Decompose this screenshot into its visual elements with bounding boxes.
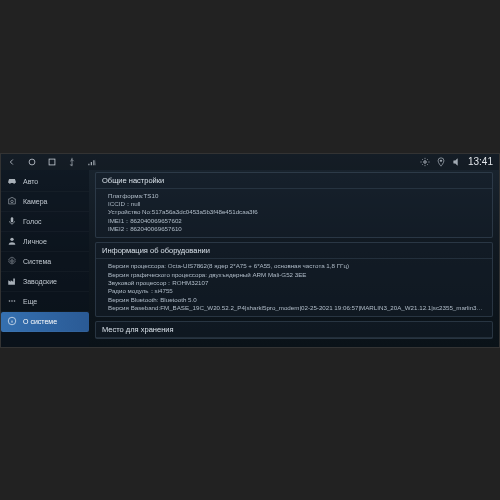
- main-area: Авто Камера Голос Личное Система Заводск…: [1, 170, 499, 347]
- radio-value: Радио модуль：si4755: [108, 287, 486, 295]
- location-icon: [436, 157, 446, 167]
- clock: 13:41: [468, 156, 493, 167]
- section-general[interactable]: Общие настройки Платформа:TS10 ICCID：nul…: [95, 172, 493, 239]
- sidebar-item-label: Авто: [23, 178, 38, 185]
- mic-icon: [7, 216, 17, 226]
- svg-rect-5: [11, 217, 14, 222]
- back-icon[interactable]: [7, 157, 17, 167]
- svg-point-0: [29, 159, 35, 165]
- platform-value: Платформа:TS10: [108, 192, 486, 200]
- sidebar-item-factory[interactable]: Заводские: [1, 272, 89, 292]
- person-icon: [7, 236, 17, 246]
- sidebar-item-label: Заводские: [23, 278, 57, 285]
- status-bar: 13:41: [1, 154, 499, 170]
- baseband-value: Версия Baseband:FM_BASE_19C_W20.52.2_P4|…: [108, 304, 486, 312]
- svg-point-6: [10, 238, 13, 241]
- sidebar-item-about[interactable]: О системе: [1, 312, 89, 332]
- svg-point-8: [9, 300, 11, 302]
- sidebar-item-label: Система: [23, 258, 51, 265]
- svg-point-2: [424, 160, 427, 163]
- audio-value: Звуковой процессор：ROHM32107: [108, 279, 486, 287]
- section-body: Версия процессора: Octa-UIS7862(8 ядер 2…: [96, 259, 492, 316]
- info-icon: [7, 316, 17, 326]
- camera-icon: [7, 196, 17, 206]
- factory-icon: [7, 276, 17, 286]
- more-icon: [7, 296, 17, 306]
- section-body: Платформа:TS10 ICCID：null Устройство No:…: [96, 189, 492, 238]
- car-icon: [7, 176, 17, 186]
- section-title: Информация об оборудовании: [96, 243, 492, 259]
- content-panel: Общие настройки Платформа:TS10 ICCID：nul…: [89, 170, 499, 347]
- sidebar-item-personal[interactable]: Личное: [1, 232, 89, 252]
- signal-icon: [87, 157, 97, 167]
- sidebar-item-label: Голос: [23, 218, 42, 225]
- sidebar-item-system[interactable]: Система: [1, 252, 89, 272]
- bluetooth-value: Версия Bluetooth: Bluetooth 5.0: [108, 296, 486, 304]
- home-icon[interactable]: [27, 157, 37, 167]
- sidebar-item-label: Камера: [23, 198, 47, 205]
- device-number-value: Устройство No:517a56a3dc0453a5b3f48e451d…: [108, 208, 486, 216]
- section-storage[interactable]: Место для хранения: [95, 321, 493, 339]
- sidebar-item-label: О системе: [23, 318, 57, 325]
- svg-point-10: [14, 300, 16, 302]
- gear-icon: [7, 256, 17, 266]
- svg-point-4: [11, 200, 14, 203]
- imei2-value: IMEI2：862040069657610: [108, 225, 486, 233]
- imei1-value: IMEI1：862040069657602: [108, 217, 486, 225]
- iccid-value: ICCID：null: [108, 200, 486, 208]
- svg-point-9: [11, 300, 13, 302]
- sidebar-item-more[interactable]: Еще: [1, 292, 89, 312]
- recent-apps-icon[interactable]: [47, 157, 57, 167]
- usb-icon: [67, 157, 77, 167]
- sidebar-item-auto[interactable]: Авто: [1, 172, 89, 192]
- settings-sidebar: Авто Камера Голос Личное Система Заводск…: [1, 170, 89, 347]
- sidebar-item-voice[interactable]: Голос: [1, 212, 89, 232]
- android-head-unit: 13:41 Авто Камера Голос Личное Сист: [0, 153, 500, 348]
- svg-point-7: [11, 260, 14, 263]
- svg-rect-1: [49, 159, 55, 165]
- section-title: Общие настройки: [96, 173, 492, 189]
- sidebar-item-label: Личное: [23, 238, 47, 245]
- gpu-value: Версия графического процессора: двухъяде…: [108, 271, 486, 279]
- section-hardware[interactable]: Информация об оборудовании Версия процес…: [95, 242, 493, 317]
- svg-point-3: [440, 159, 442, 161]
- settings-icon[interactable]: [420, 157, 430, 167]
- sidebar-item-label: Еще: [23, 298, 37, 305]
- sidebar-item-camera[interactable]: Камера: [1, 192, 89, 212]
- cpu-value: Версия процессора: Octa-UIS7862(8 ядер 2…: [108, 262, 486, 270]
- section-title: Место для хранения: [96, 322, 492, 338]
- volume-icon[interactable]: [452, 157, 462, 167]
